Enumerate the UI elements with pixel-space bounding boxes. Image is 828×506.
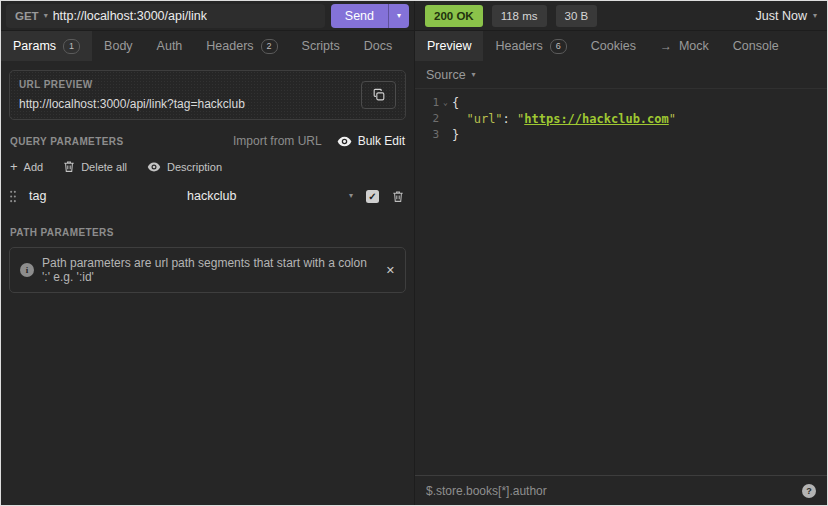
- parameter-enabled-checkbox[interactable]: ✓: [366, 190, 379, 203]
- tab-label: Mock: [679, 39, 709, 53]
- json-key: "url": [466, 111, 502, 127]
- tab-body[interactable]: Body: [92, 31, 145, 61]
- request-pane: URL PREVIEW http://localhost:3000/api/li…: [1, 61, 415, 505]
- response-tabs: Preview Headers 6 Cookies → Mock Console: [415, 31, 827, 61]
- tab-response-headers[interactable]: Headers 6: [483, 31, 578, 61]
- tab-label: Cookies: [591, 39, 636, 53]
- chevron-down-icon: ▾: [472, 71, 476, 79]
- parameter-name-field[interactable]: tag: [29, 189, 187, 203]
- response-filter-bar: ?: [415, 475, 827, 505]
- tab-cookies[interactable]: Cookies: [579, 31, 648, 61]
- info-banner-text: Path parameters are url path segments th…: [42, 256, 378, 284]
- response-body-viewer: 1 ⌄ { 2 "url": "https://hackclub.com" 3 …: [415, 89, 827, 475]
- plus-icon: +: [10, 160, 18, 173]
- view-mode-dropdown[interactable]: Source ▾: [415, 61, 827, 89]
- api-client-window: GET ▾ http://localhost:3000/api/link Sen…: [0, 0, 828, 506]
- tab-mock[interactable]: → Mock: [648, 31, 721, 61]
- request-url[interactable]: http://localhost:3000/api/link: [53, 9, 207, 23]
- status-badge: 200 OK: [425, 5, 483, 27]
- drag-handle-icon[interactable]: [9, 190, 29, 203]
- add-parameter-button[interactable]: + Add: [10, 160, 43, 173]
- delete-all-button[interactable]: Delete all: [63, 160, 127, 173]
- code-token: {: [452, 95, 459, 111]
- request-bar: GET ▾ http://localhost:3000/api/link Sen…: [1, 1, 415, 30]
- url-preview-value: http://localhost:3000/api/link?tag=hackc…: [19, 97, 361, 111]
- eye-icon: [337, 136, 352, 147]
- bulk-edit-button[interactable]: Bulk Edit: [337, 134, 405, 148]
- code-line: 1 ⌄ {: [415, 95, 827, 111]
- description-toggle-button[interactable]: Description: [147, 161, 222, 173]
- tab-scripts[interactable]: Scripts: [290, 31, 352, 61]
- tab-console[interactable]: Console: [721, 31, 791, 61]
- tab-label: Headers: [495, 39, 542, 53]
- line-number: 2: [415, 111, 439, 127]
- line-number: 3: [415, 127, 439, 143]
- tab-label: Body: [104, 39, 133, 53]
- url-preview-title: URL PREVIEW: [19, 79, 361, 90]
- request-tabs: Params 1 Body Auth Headers 2 Scripts Doc…: [1, 31, 415, 61]
- send-options-button[interactable]: ▾: [388, 4, 409, 28]
- tab-docs[interactable]: Docs: [352, 31, 404, 61]
- method-dropdown[interactable]: GET: [15, 10, 39, 22]
- tab-count-badge: 2: [261, 39, 278, 54]
- parameter-controls: ▾ ✓: [349, 190, 406, 203]
- code-line: 2 "url": "https://hackclub.com": [415, 111, 827, 127]
- fold-toggle-icon[interactable]: ⌄: [439, 95, 452, 111]
- tab-auth[interactable]: Auth: [145, 31, 195, 61]
- chevron-down-icon: ▾: [44, 12, 48, 20]
- chevron-down-icon[interactable]: ▾: [349, 192, 353, 200]
- url-preview-box: URL PREVIEW http://localhost:3000/api/li…: [9, 70, 406, 120]
- tab-label: Docs: [364, 39, 392, 53]
- main-content: URL PREVIEW http://localhost:3000/api/li…: [1, 61, 827, 505]
- tab-headers[interactable]: Headers 2: [194, 31, 289, 61]
- json-quote: ": [517, 111, 524, 127]
- delete-parameter-button[interactable]: [392, 190, 404, 203]
- query-parameters-actions: + Add Delete all: [10, 160, 405, 173]
- tab-preview[interactable]: Preview: [415, 31, 483, 61]
- query-parameters-title: QUERY PARAMETERS: [10, 136, 123, 147]
- eye-icon: [147, 162, 161, 172]
- import-from-url-button[interactable]: Import from URL: [233, 134, 322, 148]
- bulk-edit-label: Bulk Edit: [358, 134, 405, 148]
- info-icon: i: [20, 263, 34, 277]
- parameter-value-field[interactable]: hackclub: [187, 189, 349, 203]
- duration-badge: 118 ms: [492, 5, 547, 27]
- query-parameter-row: tag hackclub ▾ ✓: [9, 182, 406, 210]
- tab-count-badge: 1: [63, 39, 80, 54]
- size-badge: 30 B: [556, 5, 598, 27]
- copy-url-button[interactable]: [361, 81, 396, 109]
- url-input[interactable]: GET ▾ http://localhost:3000/api/link: [6, 4, 325, 28]
- code-token: }: [452, 127, 459, 143]
- trash-icon: [63, 160, 75, 173]
- code-line: 3 }: [415, 127, 827, 143]
- arrow-right-icon: →: [660, 39, 672, 53]
- copy-icon: [372, 88, 386, 102]
- url-preview-body: URL PREVIEW http://localhost:3000/api/li…: [19, 79, 361, 111]
- send-button-label[interactable]: Send: [331, 4, 388, 28]
- tab-count-badge: 6: [550, 39, 567, 54]
- response-meta-bar: 200 OK 118 ms 30 B Just Now ▾: [415, 1, 827, 30]
- history-label: Just Now: [756, 9, 807, 23]
- tabs-row: Params 1 Body Auth Headers 2 Scripts Doc…: [1, 31, 827, 61]
- view-mode-label: Source: [426, 68, 466, 82]
- tab-label: Auth: [157, 39, 183, 53]
- jsonpath-filter-input[interactable]: [426, 484, 794, 498]
- json-url-link[interactable]: https://hackclub.com: [524, 111, 669, 127]
- path-parameters-title: PATH PARAMETERS: [10, 227, 405, 238]
- history-dropdown[interactable]: Just Now ▾: [756, 9, 817, 23]
- top-bar: GET ▾ http://localhost:3000/api/link Sen…: [1, 1, 827, 31]
- code-indent: [452, 111, 466, 127]
- description-label: Description: [167, 161, 222, 173]
- tab-params[interactable]: Params 1: [1, 31, 92, 61]
- send-button[interactable]: Send ▾: [331, 4, 409, 28]
- tab-label: Console: [733, 39, 779, 53]
- help-icon[interactable]: ?: [802, 484, 816, 498]
- tab-label: Preview: [427, 39, 471, 53]
- chevron-down-icon: ▾: [397, 12, 401, 20]
- tab-label: Params: [13, 39, 56, 53]
- close-icon[interactable]: ✕: [386, 264, 395, 277]
- query-parameters-header: QUERY PARAMETERS Import from URL Bulk Ed…: [10, 134, 405, 148]
- code-token: :: [503, 111, 517, 127]
- response-pane: Source ▾ 1 ⌄ { 2 "url": "https://hackclu…: [415, 61, 827, 505]
- add-label: Add: [24, 161, 44, 173]
